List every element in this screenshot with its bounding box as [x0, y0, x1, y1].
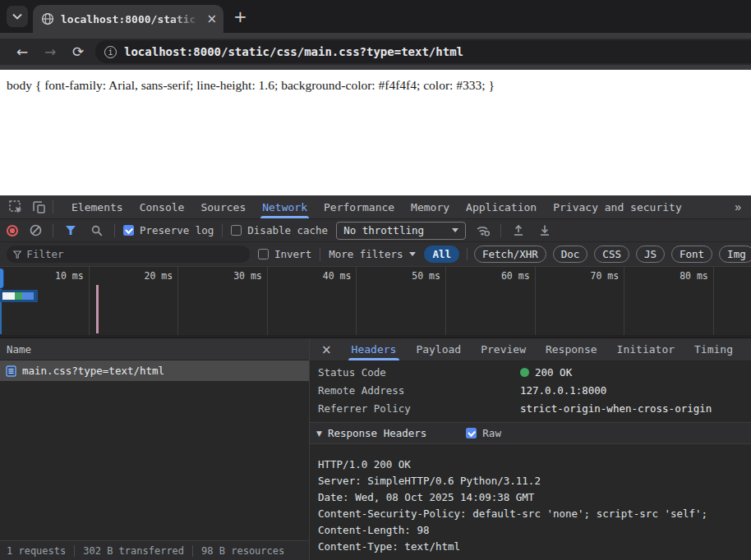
timeline-tick-label: 70 ms [536, 267, 625, 337]
devtools-tab[interactable]: Memory [403, 195, 458, 218]
devtools-tab[interactable]: Elements [63, 195, 131, 218]
name-column-header[interactable]: Name [0, 338, 309, 360]
request-row[interactable]: main.css?type=text/html [0, 360, 309, 381]
overview-drag-handle[interactable] [0, 269, 4, 288]
header-key: Remote Address [318, 384, 520, 397]
timeline-tick-label: 40 ms [268, 267, 357, 337]
new-tab-button[interactable]: + [233, 8, 247, 25]
header-key: Referrer Policy [318, 402, 520, 415]
browser-toolbar: ← → ⟳ i localhost:8000/static/css/main.c… [0, 39, 751, 65]
preserve-log-checkbox[interactable]: Preserve log [123, 224, 214, 236]
devtools-tab[interactable]: Sources [192, 195, 254, 218]
timeline-grid: 10 ms20 ms30 ms40 ms50 ms60 ms70 ms80 ms [0, 267, 751, 337]
details-tab[interactable]: Response [536, 338, 607, 360]
response-headers-section-header[interactable]: ▼ Response Headers Raw [310, 422, 751, 444]
resource-filter-pill[interactable]: Fetch/XHR [474, 246, 546, 263]
divider [500, 224, 501, 237]
raw-headers-checkbox[interactable]: Raw [466, 427, 501, 439]
export-har-icon[interactable] [536, 223, 554, 239]
checkbox-unchecked-icon [231, 225, 242, 236]
load-event-line [97, 285, 99, 333]
resource-type-filters: AllFetch/XHRDocCSSJSFontImgMedia [424, 246, 751, 263]
back-button[interactable]: ← [8, 45, 36, 59]
divider [320, 248, 320, 261]
tab-strip: localhost:8000/static × + [0, 0, 751, 33]
resource-filter-pill[interactable]: Doc [553, 246, 588, 263]
checkbox-unchecked-icon [258, 249, 269, 259]
timeline-tick-label: 50 ms [357, 267, 446, 337]
resource-filter-pill[interactable]: Font [671, 246, 712, 263]
search-icon[interactable] [88, 223, 106, 239]
devtools-tab[interactable]: Console [131, 195, 193, 218]
network-conditions-icon[interactable] [474, 223, 492, 239]
tab-close-icon[interactable]: × [206, 13, 217, 25]
throttling-select[interactable]: No throttling [336, 222, 466, 240]
details-tab[interactable]: Timing [684, 338, 743, 360]
devtools-tab[interactable]: Performance [316, 195, 403, 218]
resource-filter-pill[interactable]: All [424, 246, 459, 263]
import-har-icon[interactable] [509, 223, 528, 239]
disclosure-triangle-icon: ▼ [316, 429, 322, 438]
request-waterfall-bar[interactable] [0, 290, 38, 302]
devtools-tab[interactable]: Network [254, 195, 316, 218]
reload-button[interactable]: ⟳ [64, 45, 92, 59]
invert-checkbox[interactable]: Invert [258, 248, 311, 260]
filter-icon[interactable] [62, 223, 80, 239]
browser-window: localhost:8000/static × + ← → ⟳ i localh… [0, 0, 751, 560]
timeline-tick-label: 20 ms [90, 267, 179, 337]
network-main-area: Name main.css?type=text/html [0, 338, 751, 560]
raw-response-headers: HTTP/1.0 200 OKServer: SimpleHTTP/0.6 Py… [310, 444, 751, 555]
details-tab[interactable]: Preview [471, 338, 536, 360]
resource-filter-pill[interactable]: JS [636, 246, 665, 263]
network-status-bar: 1 requests302 B transferred98 B resource… [0, 540, 309, 560]
tab-search-button[interactable] [7, 6, 28, 27]
response-headers-title: Response Headers [328, 427, 426, 439]
record-network-log-icon[interactable] [7, 225, 18, 236]
disable-cache-label: Disable cache [247, 224, 328, 236]
document-icon [6, 365, 16, 377]
clear-network-log-icon[interactable] [26, 223, 44, 239]
resource-filter-pill[interactable]: Img [719, 246, 751, 263]
details-tab[interactable]: Payload [406, 338, 471, 360]
status-bar-item: 98 B resources [192, 545, 293, 557]
preserve-log-label: Preserve log [140, 224, 214, 236]
header-row: Status Code 200 OK [310, 363, 751, 381]
device-toolbar-button[interactable] [30, 199, 48, 215]
network-overview-timeline[interactable]: 10 ms20 ms30 ms40 ms50 ms60 ms70 ms80 ms [0, 266, 751, 338]
close-details-icon[interactable]: × [318, 338, 340, 360]
raw-header-line: Content-Type: text/html [318, 539, 751, 555]
waterfall-download-segment [22, 292, 34, 300]
info-icon[interactable]: i [104, 46, 117, 58]
devtools-tab[interactable]: Privacy and security [545, 195, 690, 218]
device-toolbar-icon [31, 201, 46, 213]
network-action-toolbar: Preserve log Disable cache No throttling [0, 218, 751, 241]
forward-button[interactable]: → [36, 45, 64, 59]
request-details-panel: × HeadersPayloadPreviewResponseInitiator… [310, 338, 751, 560]
devtools-tabs: ElementsConsoleSourcesNetworkPerformance… [63, 195, 726, 218]
chevron-down-icon [12, 13, 22, 20]
details-tabs: HeadersPayloadPreviewResponseInitiatorTi… [342, 338, 743, 360]
resource-filter-pill[interactable]: CSS [594, 246, 629, 263]
request-list-panel: Name main.css?type=text/html [0, 338, 310, 560]
chevron-down-icon [409, 252, 416, 256]
header-row: Referrer Policy strict-origin-when-cross… [310, 399, 751, 417]
page-content: body { font-family: Arial, sans-serif; l… [0, 70, 751, 195]
filter-input[interactable] [26, 248, 243, 260]
status-bar-item: 1 requests [7, 545, 74, 557]
divider [53, 200, 53, 213]
globe-icon [41, 12, 54, 25]
disable-cache-checkbox[interactable]: Disable cache [231, 224, 328, 236]
more-panels-button[interactable]: » [731, 200, 744, 213]
inspect-element-button[interactable] [7, 199, 25, 215]
status-ok-dot [520, 368, 529, 377]
devtools-tab[interactable]: Application [458, 195, 545, 218]
raw-header-line: Date: Wed, 08 Oct 2025 14:09:38 GMT [318, 489, 751, 506]
details-tab[interactable]: Headers [342, 338, 407, 360]
browser-tab[interactable]: localhost:8000/static × [33, 5, 223, 33]
more-filters-button[interactable]: More filters [329, 248, 416, 260]
request-rows: main.css?type=text/html [0, 360, 309, 381]
address-bar[interactable]: i localhost:8000/static/css/main.css?typ… [95, 40, 751, 63]
details-tab[interactable]: Initiator [607, 338, 684, 360]
status-bar-item: 302 B transferred [74, 545, 192, 557]
chevron-down-icon [452, 228, 458, 232]
